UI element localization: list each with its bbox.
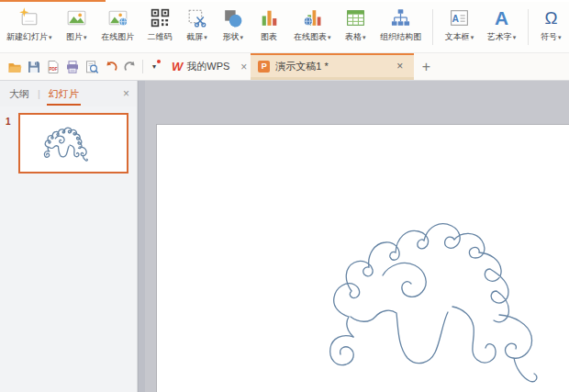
presentation-file-icon: P xyxy=(258,61,270,73)
insert-ribbon-toolbar: 新建幻灯片▾ 图片▾ 在线图片 二维码 截屏▾ 形状▾ 图表 xyxy=(0,2,569,53)
org-chart-button[interactable]: 组织结构图 xyxy=(377,2,424,52)
print-icon[interactable] xyxy=(62,57,82,77)
wps-presentation-window: { "colors": { "accent": "#e8823c", "acti… xyxy=(0,0,569,392)
chart-button[interactable]: 图表 xyxy=(255,2,284,52)
button-label: 表格▾ xyxy=(345,32,366,42)
button-label: 在线图表▾ xyxy=(294,32,331,42)
org-chart-icon xyxy=(389,6,412,30)
slide-thumbnail-1[interactable] xyxy=(18,113,128,174)
word-art-button[interactable]: A 艺术字▾ xyxy=(485,2,519,52)
online-picture-button[interactable]: 在线图片 xyxy=(98,2,137,52)
shapes-button[interactable]: 形状▾ xyxy=(218,2,247,52)
tab-outline[interactable]: 大纲 xyxy=(7,82,31,106)
panel-splitter[interactable] xyxy=(138,81,145,392)
screenshot-button[interactable]: 截屏▾ xyxy=(183,2,211,52)
text-box-button[interactable]: A 文本框▾ xyxy=(442,2,477,52)
dropdown-arrow-icon: ▾ xyxy=(471,34,474,40)
editing-canvas xyxy=(145,81,569,392)
online-chart-button[interactable]: 在线图表▾ xyxy=(291,2,334,52)
dropdown-arrow-icon: ▾ xyxy=(513,34,517,40)
print-preview-icon[interactable] xyxy=(82,57,101,77)
dropdown-arrow-icon: ▾ xyxy=(240,34,243,40)
slides-panel-header: 大纲 | 幻灯片 × xyxy=(0,81,137,106)
button-label: 新建幻灯片▾ xyxy=(6,32,52,42)
button-label: 组织结构图 xyxy=(380,32,421,42)
svg-text:A: A xyxy=(452,14,460,24)
slides-panel: 大纲 | 幻灯片 × 1 xyxy=(0,81,138,392)
table-button[interactable]: 表格▾ xyxy=(341,2,370,52)
shapes-icon xyxy=(221,6,244,30)
qr-code-button[interactable]: 二维码 xyxy=(145,2,175,52)
tab-bar: PDF ▾ W 我的WPS × P 演示文稿1 * × + xyxy=(0,53,569,81)
quick-access-toolbar: PDF ▾ xyxy=(0,53,162,80)
symbol-icon: Ω xyxy=(540,6,563,30)
save-icon[interactable] xyxy=(24,57,43,77)
slide-thumbnail-list: 1 xyxy=(0,106,137,392)
symbol-button[interactable]: Ω 符号▾ xyxy=(537,2,565,52)
tab-slides[interactable]: 幻灯片 xyxy=(47,83,81,106)
dropdown-arrow-icon: ▾ xyxy=(363,34,366,40)
customize-quick-access-icon[interactable]: ▾ xyxy=(146,57,162,77)
button-label: 截屏▾ xyxy=(186,32,207,42)
svg-text:PDF: PDF xyxy=(49,66,57,71)
tab-my-wps-label: 我的WPS xyxy=(186,60,229,73)
ribbon-group-separator xyxy=(432,9,433,45)
online-chart-icon xyxy=(301,6,324,30)
close-icon[interactable]: × xyxy=(123,87,129,100)
online-picture-icon xyxy=(106,6,129,30)
notification-dot xyxy=(157,60,161,63)
dropdown-arrow-icon: ▾ xyxy=(84,34,87,40)
close-icon[interactable]: × xyxy=(237,62,251,73)
button-label: 二维码 xyxy=(148,32,173,42)
dropdown-arrow-icon: ▾ xyxy=(328,34,331,40)
dropdown-arrow-icon: ▾ xyxy=(558,34,562,40)
screenshot-icon xyxy=(185,6,208,30)
text-box-icon: A xyxy=(448,6,471,30)
table-icon xyxy=(344,6,367,30)
wps-logo: W xyxy=(172,60,183,73)
svg-text:A: A xyxy=(495,7,508,28)
open-folder-icon[interactable] xyxy=(5,57,24,77)
svg-text:Ω: Ω xyxy=(544,8,557,28)
qr-code-icon xyxy=(149,6,172,30)
dropdown-arrow-icon: ▾ xyxy=(204,34,207,40)
slide-number: 1 xyxy=(6,117,11,127)
caret-glyph: ▾ xyxy=(152,62,156,71)
tab-my-wps[interactable]: W 我的WPS xyxy=(162,53,237,80)
new-slide-button[interactable]: 新建幻灯片▾ xyxy=(4,2,55,52)
main-area: 大纲 | 幻灯片 × 1 xyxy=(0,81,569,392)
redo-icon[interactable] xyxy=(120,57,139,77)
ribbon-group-separator xyxy=(528,9,529,45)
slide-editing-surface[interactable] xyxy=(156,124,569,392)
export-pdf-icon[interactable]: PDF xyxy=(43,57,62,77)
picture-icon xyxy=(65,6,88,30)
button-label: 图表 xyxy=(261,32,277,42)
new-document-tab-button[interactable]: + xyxy=(414,53,438,80)
close-icon[interactable]: × xyxy=(393,61,407,72)
button-label: 图片▾ xyxy=(66,32,87,42)
plus-icon: + xyxy=(422,59,430,75)
thumbnail-doodle xyxy=(43,127,89,162)
new-slide-icon xyxy=(17,6,40,30)
undo-icon[interactable] xyxy=(101,57,120,77)
button-label: 在线图片 xyxy=(101,32,134,42)
button-label: 文本框▾ xyxy=(445,32,474,42)
active-ribbon-tab-indicator xyxy=(0,0,106,2)
panel-tab-divider: | xyxy=(38,88,40,99)
button-label: 形状▾ xyxy=(222,32,243,42)
button-label: 符号▾ xyxy=(541,32,562,42)
tab-document-presentation1[interactable]: P 演示文稿1 * × xyxy=(251,53,414,80)
chart-icon xyxy=(258,6,281,30)
word-art-icon: A xyxy=(490,6,513,30)
picture-button[interactable]: 图片▾ xyxy=(62,2,91,52)
toolbar-separator xyxy=(142,60,143,73)
dropdown-arrow-icon: ▾ xyxy=(49,34,52,40)
tab-document-label: 演示文稿1 * xyxy=(275,60,328,73)
button-label: 艺术字▾ xyxy=(487,32,517,42)
cloud-scribble-drawing[interactable] xyxy=(324,218,544,390)
